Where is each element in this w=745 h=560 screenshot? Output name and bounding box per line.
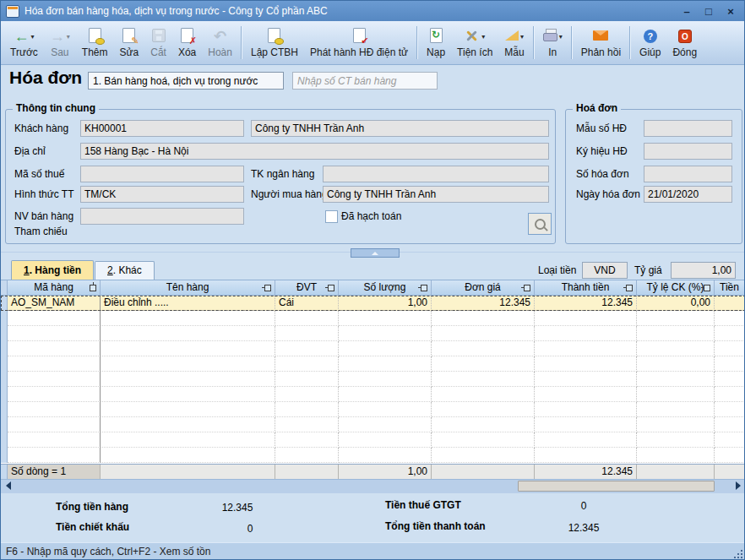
table-cell[interactable] (715, 326, 745, 341)
table-cell[interactable] (101, 448, 275, 463)
table-row-selected[interactable]: AO_SM_NAMĐiều chỉnh .....Cái1,0012.34512… (1, 296, 745, 311)
table-cell[interactable] (101, 326, 275, 341)
table-cell[interactable] (339, 448, 432, 463)
toolbar-button-xoa[interactable]: ✗Xóa (172, 23, 202, 63)
resize-grip[interactable] (731, 547, 742, 558)
table-row[interactable] (1, 356, 745, 372)
table-cell[interactable]: 1,00 (339, 296, 432, 311)
table-cell[interactable] (275, 402, 339, 417)
table-cell[interactable] (101, 402, 275, 417)
table-cell[interactable] (637, 432, 715, 448)
table-cell[interactable] (637, 311, 715, 326)
invoice-date-field[interactable]: 21/01/2020 (644, 186, 732, 203)
toolbar-button-truoc[interactable]: ←▾Trước (4, 23, 44, 63)
table-cell[interactable] (432, 326, 535, 341)
tax-code-field[interactable] (80, 166, 244, 182)
column-header-7[interactable]: Tỷ lệ CK (%) (637, 280, 715, 295)
column-header-5[interactable]: Đơn giá (432, 280, 535, 295)
table-cell[interactable] (339, 341, 432, 356)
column-header-3[interactable]: ĐVT (275, 280, 339, 295)
table-cell[interactable] (101, 387, 275, 402)
toolbar-button-phat-hanh[interactable]: ✔Phát hành HĐ điện tử (304, 23, 414, 63)
table-row[interactable] (1, 387, 745, 402)
table-cell[interactable] (339, 311, 432, 326)
table-cell[interactable] (637, 356, 715, 372)
table-cell[interactable] (432, 432, 535, 448)
table-cell[interactable]: AO_SM_NAM (8, 296, 101, 311)
table-cell[interactable] (715, 311, 745, 326)
table-cell[interactable] (8, 356, 101, 372)
table-cell[interactable] (715, 341, 745, 356)
toolbar-button-lap-ctbh[interactable]: Lập CTBH (245, 23, 304, 63)
table-cell[interactable] (8, 387, 101, 402)
toolbar-button-phan-hoi[interactable]: Phản hồi (575, 23, 627, 63)
table-cell[interactable] (275, 356, 339, 372)
table-row[interactable] (1, 311, 745, 326)
table-cell[interactable] (715, 402, 745, 417)
pin-icon[interactable] (626, 285, 633, 291)
table-cell[interactable] (339, 387, 432, 402)
horizontal-scrollbar[interactable] (1, 479, 745, 493)
pin-icon[interactable] (328, 285, 334, 291)
table-cell[interactable] (637, 402, 715, 417)
bank-account-field[interactable] (323, 166, 549, 182)
table-cell[interactable] (535, 448, 637, 463)
toolbar-button-tien-ich[interactable]: ▾Tiện ích (451, 23, 498, 63)
table-cell[interactable] (715, 372, 745, 387)
table-cell[interactable] (432, 387, 535, 402)
table-cell[interactable]: 0,00 (637, 296, 715, 311)
voucher-type-select[interactable]: 1. Bán hàng hoá, dịch vụ trong nước (88, 72, 284, 90)
maximize-button[interactable]: □ (700, 5, 717, 18)
table-cell[interactable] (275, 326, 339, 341)
table-cell[interactable] (275, 448, 339, 463)
table-cell[interactable] (535, 387, 637, 402)
table-cell[interactable] (8, 448, 101, 463)
scroll-left-arrow-icon[interactable] (6, 481, 11, 490)
table-cell[interactable] (101, 356, 275, 372)
table-row[interactable] (1, 402, 745, 417)
toolbar-button-in[interactable]: ▾In (537, 23, 568, 63)
table-cell[interactable] (535, 326, 637, 341)
table-cell[interactable] (8, 417, 101, 432)
customer-code-field[interactable]: KH00001 (80, 120, 244, 137)
table-cell[interactable] (715, 296, 745, 311)
table-cell[interactable] (637, 326, 715, 341)
table-row[interactable] (1, 372, 745, 387)
table-cell[interactable] (432, 356, 535, 372)
rate-field[interactable]: 1,00 (671, 262, 736, 279)
table-cell[interactable]: Cái (275, 296, 339, 311)
table-cell[interactable]: Điều chỉnh ..... (101, 296, 275, 311)
table-row[interactable] (1, 326, 745, 341)
table-cell[interactable] (8, 341, 101, 356)
scroll-right-arrow-icon[interactable] (736, 481, 741, 490)
column-header-8[interactable]: Tiền (715, 280, 745, 295)
lookup-button[interactable] (528, 213, 552, 235)
table-row[interactable] (1, 448, 745, 463)
table-cell[interactable] (8, 311, 101, 326)
table-cell[interactable] (637, 448, 715, 463)
invoice-form-field[interactable] (644, 120, 732, 137)
toolbar-button-sua[interactable]: ✎Sửa (114, 23, 145, 63)
pin-icon[interactable] (90, 285, 96, 291)
table-cell[interactable] (8, 372, 101, 387)
column-header-6[interactable]: Thành tiền (535, 280, 637, 295)
table-cell[interactable]: 12.345 (432, 296, 535, 311)
pin-icon[interactable] (524, 285, 530, 291)
toolbar-button-dong[interactable]: OĐóng (666, 23, 703, 63)
table-cell[interactable] (535, 341, 637, 356)
toolbar-button-nap[interactable]: ↻Nạp (421, 23, 451, 63)
invoice-serial-field[interactable] (644, 143, 732, 160)
splitter-collapse-button[interactable] (351, 248, 400, 258)
table-cell[interactable] (432, 402, 535, 417)
table-cell[interactable] (101, 432, 275, 448)
close-button[interactable]: × (722, 5, 739, 18)
table-cell[interactable] (432, 448, 535, 463)
table-cell[interactable] (432, 341, 535, 356)
table-cell[interactable] (8, 326, 101, 341)
table-cell[interactable] (637, 387, 715, 402)
table-cell[interactable] (637, 417, 715, 432)
table-cell[interactable] (535, 356, 637, 372)
table-cell[interactable] (432, 372, 535, 387)
table-cell[interactable] (275, 417, 339, 432)
table-cell[interactable] (101, 372, 275, 387)
